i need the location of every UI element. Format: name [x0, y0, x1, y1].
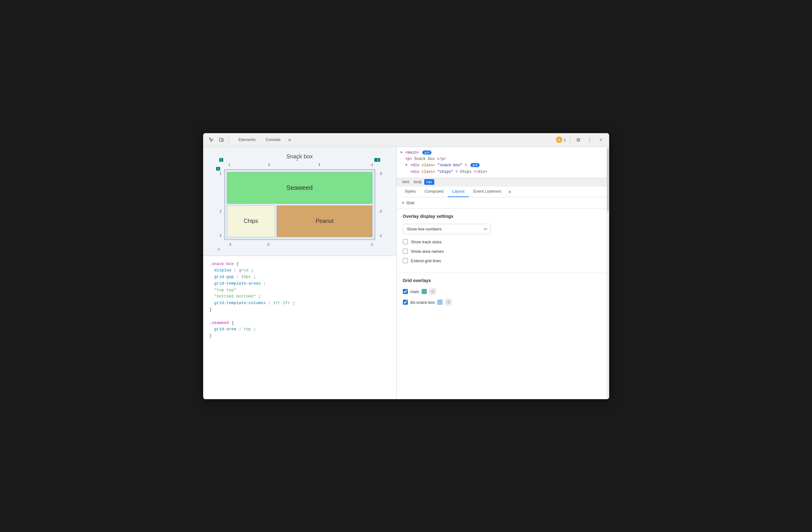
line-num-top-3: 3	[319, 163, 320, 167]
line-num-left-1: 1	[220, 172, 222, 175]
breadcrumb-body[interactable]: body	[412, 179, 424, 185]
overlay-settings-title: Overlay display settings	[403, 214, 600, 219]
svg-rect-1	[222, 139, 223, 141]
snackbox-grid-icon[interactable]	[445, 299, 452, 306]
overlay-snackbox-checkbox[interactable]	[403, 300, 408, 305]
line-num-right-n2: -2	[379, 210, 382, 213]
svg-rect-2	[431, 290, 432, 291]
tab-styles[interactable]: Styles	[400, 186, 420, 197]
tab-event-listeners[interactable]: Event Listeners	[469, 186, 506, 197]
grid-section-header[interactable]: ▼ Grid	[396, 197, 607, 208]
code-line-2: display : grid ;	[209, 267, 390, 274]
snack-box-title: Snack box	[209, 153, 390, 160]
svg-rect-9	[449, 303, 450, 304]
line-num-left-2: 2	[220, 210, 222, 213]
seaweed-cell: Seaweed	[227, 172, 372, 204]
grid-row-bottom: Chips Peanut	[227, 206, 372, 237]
snackbox-grid-badge: grid	[470, 163, 480, 167]
overlay-settings-section: Overlay display settings Show line numbe…	[396, 209, 607, 273]
scrollbar-thumb	[607, 148, 609, 211]
code-line-8: }	[209, 307, 390, 313]
warning-area: ⚠ 1	[556, 137, 566, 143]
html-line-1: ▼ <main> grid	[400, 150, 603, 156]
svg-rect-0	[219, 138, 222, 141]
tab-elements[interactable]: Elements	[234, 133, 261, 147]
sub-tab-more[interactable]: »	[506, 186, 514, 197]
svg-rect-5	[433, 292, 435, 293]
close-icon[interactable]: ✕	[597, 135, 605, 144]
warning-count: 1	[564, 138, 566, 142]
line-num-bot-n3: -3	[229, 243, 231, 246]
outer-line-tl: 1	[219, 158, 223, 162]
svg-rect-4	[431, 292, 432, 293]
right-panel-inner: ▼ <main> grid <p> Snack box </p> ▼ <div	[396, 147, 609, 399]
code-panel: .snack-box { display : grid ; grid-gap :…	[203, 256, 396, 399]
dropdown-row: Show line numbers Show track sizes Show …	[403, 224, 600, 234]
overlay-snackbox-label: div.snack-box	[410, 300, 435, 305]
outer-line-lt: 1	[216, 167, 220, 171]
main-grid-badge: grid	[422, 151, 432, 155]
code-line-9: .seaweed {	[209, 320, 390, 326]
show-track-sizes-checkbox[interactable]	[403, 239, 408, 244]
grid-overlays-title: Grid overlays	[403, 278, 600, 283]
html-line-4: <div class= "chips" > Chips </div>	[400, 169, 603, 175]
devtools-window: Elements Console » ⚠ 1 ⚙ ⋮ ✕ Snack box 1	[203, 133, 609, 399]
tab-layout[interactable]: Layout	[448, 186, 469, 197]
html-line-3: ▼ <div class= "snack-box" > grid	[400, 162, 603, 168]
right-panel: ▼ <main> grid <p> Snack box </p> ▼ <div	[396, 147, 609, 399]
breadcrumb-html[interactable]: html	[400, 179, 411, 185]
grid-section-title: Grid	[406, 200, 414, 205]
code-line-blank	[209, 313, 390, 320]
show-area-names-row: Show area names	[403, 249, 600, 254]
device-icon[interactable]	[217, 135, 226, 144]
main-color-swatch[interactable]	[422, 289, 427, 294]
warning-badge: ⚠	[556, 137, 562, 143]
overlay-main-item: main	[403, 288, 600, 295]
line-numbers-dropdown[interactable]: Show line numbers Show track sizes Show …	[403, 224, 491, 234]
outer-line-bl: 3	[218, 248, 220, 251]
overlay-main-checkbox[interactable]	[403, 289, 408, 294]
breadcrumb-nav[interactable]: nav	[424, 179, 434, 185]
show-area-names-checkbox[interactable]	[403, 249, 408, 254]
vis-grid: Seaweed Chips Peanut	[224, 169, 375, 240]
code-line-4: grid-template-areas :	[209, 280, 390, 287]
layout-content: ▼ Grid Overlay display settings Show lin…	[396, 197, 607, 399]
toolbar-more-tabs[interactable]: »	[286, 136, 293, 144]
breadcrumb: html body nav	[396, 178, 607, 186]
more-options-icon[interactable]: ⋮	[585, 135, 594, 144]
inspect-icon[interactable]	[207, 135, 216, 144]
svg-rect-7	[449, 300, 450, 302]
code-line-11: }	[209, 333, 390, 339]
outer-line-tm: 2	[296, 158, 299, 162]
snackbox-color-swatch[interactable]	[437, 300, 443, 305]
extend-grid-lines-checkbox[interactable]	[403, 258, 408, 263]
right-scrollbar[interactable]	[607, 147, 609, 399]
line-num-right-n3: -3	[379, 172, 382, 175]
svg-rect-8	[447, 303, 448, 304]
tab-computed[interactable]: Computed	[420, 186, 448, 197]
svg-rect-3	[433, 290, 435, 291]
line-num-bot-n1: -1	[371, 243, 373, 246]
outer-line-tr: -1	[374, 158, 380, 162]
line-num-top-1: 1	[229, 163, 231, 167]
show-area-names-label: Show area names	[411, 249, 444, 254]
tab-console[interactable]: Console	[261, 133, 286, 147]
main-grid-icon[interactable]	[429, 288, 436, 295]
overlay-snackbox-item: div.snack-box	[403, 299, 600, 306]
code-line-3: grid-gap : 10px ;	[209, 274, 390, 280]
toolbar-divider	[228, 136, 229, 143]
code-line-10: grid-area : top ;	[209, 326, 390, 333]
html-line-2: <p> Snack box </p>	[400, 156, 603, 162]
devtools-toolbar: Elements Console » ⚠ 1 ⚙ ⋮ ✕	[203, 133, 609, 147]
grid-visual-area: Snack box 1 -1 2 1 1 2 3 -1 1 2 3	[203, 147, 396, 256]
toolbar-divider-2	[570, 136, 570, 143]
vis-wrapper: 1 -1 2 1 1 2 3 -1 1 2 3 -3 -2 -1	[224, 169, 375, 240]
sub-tabs: Styles Computed Layout Event Listeners »	[396, 186, 607, 197]
toolbar-tabs: Elements Console »	[234, 133, 555, 147]
code-line-5: "top top"	[209, 287, 390, 294]
right-main: ▼ <main> grid <p> Snack box </p> ▼ <div	[396, 147, 607, 399]
code-line-6: "bottom1 bottom2" ;	[209, 293, 390, 300]
show-track-sizes-label: Show track sizes	[411, 240, 442, 244]
settings-icon[interactable]: ⚙	[574, 135, 583, 144]
extend-grid-lines-row: Extend grid lines	[403, 258, 600, 263]
